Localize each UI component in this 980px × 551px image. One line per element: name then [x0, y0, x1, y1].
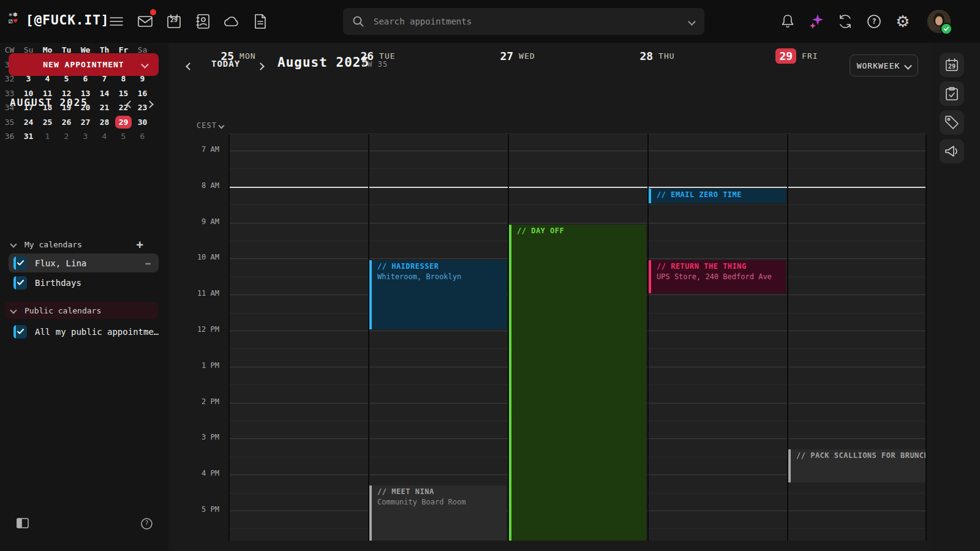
- hour-label: 1 PM: [183, 361, 219, 370]
- files-icon[interactable]: [250, 11, 271, 32]
- view-selector-label: WORKWEEK: [857, 61, 900, 70]
- announcement-icon[interactable]: [940, 139, 964, 163]
- ai-sparkle-icon[interactable]: [806, 11, 827, 32]
- tasks-icon[interactable]: [940, 81, 964, 106]
- help-icon[interactable]: ?: [864, 11, 884, 32]
- search-options-chevron-icon[interactable]: [688, 18, 696, 26]
- hour-label: 3 PM: [183, 433, 219, 441]
- today-date-badge: 29: [775, 48, 796, 64]
- minical-day[interactable]: 3: [76, 129, 95, 144]
- day-header-row: 25MON26TUE27WED28THU29FRI: [168, 43, 867, 69]
- minical-day[interactable]: 24: [19, 115, 38, 130]
- minical-day[interactable]: 2: [57, 129, 76, 144]
- hour-label: 9 AM: [183, 217, 219, 226]
- minical-day[interactable]: 29: [114, 115, 133, 130]
- new-appointment-label: NEW APPOINTMENT: [43, 60, 124, 69]
- chevron-down-icon: [904, 62, 912, 70]
- search-input[interactable]: [372, 16, 680, 27]
- checkbox-checked[interactable]: [13, 276, 27, 290]
- settings-icon[interactable]: ⚙: [892, 11, 913, 32]
- next-week-button[interactable]: [258, 60, 268, 70]
- minical-day[interactable]: 28: [95, 115, 114, 130]
- day-header[interactable]: 29FRI: [727, 43, 867, 69]
- mini-calendar-icon[interactable]: 29: [940, 53, 964, 77]
- calendar-grid[interactable]: // EMAIL ZERO TIME// HAIDRESSERWhiteroom…: [228, 133, 927, 541]
- event-title: // RETURN THE THING: [657, 262, 781, 271]
- hour-label: 11 AM: [183, 289, 219, 298]
- logo-glyphs-icon: ✳✽⚂♥: [9, 11, 18, 24]
- sync-icon[interactable]: [835, 11, 856, 32]
- calendar-item-flux-lina[interactable]: Flux, Lina ⋯: [9, 253, 159, 272]
- today-button[interactable]: TODAY: [211, 59, 240, 69]
- sidebar-help-icon[interactable]: ?: [141, 518, 153, 530]
- minical-day[interactable]: 1: [38, 129, 57, 144]
- section-public-calendars[interactable]: Public calendars: [5, 302, 158, 319]
- calendar-icon[interactable]: 29: [164, 11, 184, 32]
- mail-badge: [150, 9, 156, 15]
- calendar-item-label: Birthdays: [35, 278, 81, 288]
- day-header[interactable]: 27WED: [448, 43, 587, 69]
- day-name: TUE: [379, 51, 395, 61]
- event-location: Community Board Room: [377, 498, 502, 506]
- sidebar: NEW APPOINTMENT AUGUST 2025 CWSuMoTuWeTh…: [0, 43, 168, 551]
- section-label: Public calendars: [24, 306, 101, 315]
- more-options-button[interactable]: ⋯: [146, 258, 151, 268]
- add-calendar-button[interactable]: +: [137, 239, 143, 250]
- minical-next-button[interactable]: [147, 98, 157, 108]
- timezone-selector[interactable]: CEST: [197, 121, 224, 130]
- minical-day[interactable]: 14: [95, 86, 114, 101]
- hour-label: 10 AM: [183, 253, 219, 261]
- event[interactable]: // DAY OFF: [509, 225, 646, 541]
- cloud-icon[interactable]: [221, 11, 242, 32]
- notifications-icon[interactable]: [777, 11, 798, 32]
- event[interactable]: // EMAIL ZERO TIME: [649, 189, 786, 203]
- checkbox-checked[interactable]: [13, 257, 27, 270]
- search-icon: [353, 16, 364, 27]
- day-number: 28: [639, 50, 653, 62]
- calendar-item-label: Flux, Lina: [35, 258, 86, 268]
- event-title: // MEET NINA: [377, 487, 502, 496]
- event[interactable]: // HAIDRESSERWhiteroom, Brooklyn: [369, 260, 507, 329]
- new-appointment-button[interactable]: NEW APPOINTMENT: [9, 53, 159, 76]
- minical-day[interactable]: 5: [114, 129, 133, 144]
- checkbox-checked[interactable]: [13, 325, 27, 339]
- day-header[interactable]: 28THU: [587, 43, 727, 69]
- minical-day[interactable]: 21: [95, 100, 114, 115]
- collapse-sidebar-icon[interactable]: [17, 518, 29, 528]
- minical-day[interactable]: 25: [38, 115, 57, 130]
- event-title: // EMAIL ZERO TIME: [657, 190, 781, 199]
- event-location: UPS Store, 240 Bedford Ave: [657, 272, 781, 281]
- event-title: // PACK SCALLIONS FOR BRUNCH: [796, 451, 921, 460]
- calendar-item-birthdays[interactable]: Birthdays: [9, 273, 159, 292]
- minical-day[interactable]: 27: [76, 115, 95, 130]
- chevron-down-icon: [10, 307, 17, 313]
- event[interactable]: // PACK SCALLIONS FOR BRUNCH: [788, 449, 925, 482]
- minical-prev-button[interactable]: [127, 98, 137, 108]
- minical-day[interactable]: 26: [57, 115, 76, 130]
- menu-icon[interactable]: [106, 11, 127, 32]
- hour-label: 7 AM: [183, 145, 219, 154]
- search-bar[interactable]: [343, 8, 704, 35]
- minical-day[interactable]: 6: [133, 129, 152, 144]
- hour-label: 12 PM: [183, 325, 219, 334]
- view-selector-button[interactable]: WORKWEEK: [850, 54, 918, 77]
- minical-day[interactable]: 31: [19, 129, 38, 144]
- prev-week-button[interactable]: [187, 60, 197, 70]
- tags-icon[interactable]: [940, 110, 964, 135]
- calendar-item-public-appointments[interactable]: All my public appointme…: [9, 322, 159, 341]
- avatar[interactable]: [927, 10, 951, 33]
- event[interactable]: // MEET NINACommunity Board Room: [369, 485, 507, 541]
- minical-day[interactable]: 30: [133, 115, 152, 130]
- minical-week-number: 36: [0, 129, 19, 144]
- event[interactable]: // RETURN THE THINGUPS Store, 240 Bedfor…: [649, 260, 786, 293]
- calendar-icon-day: 29: [164, 17, 184, 23]
- app-logo: [@FUCK.IT]: [26, 13, 109, 28]
- contacts-icon[interactable]: [192, 11, 213, 32]
- day-name: MON: [239, 51, 255, 61]
- new-appointment-chevron-icon[interactable]: [141, 61, 149, 69]
- minical-day[interactable]: 4: [95, 129, 114, 144]
- day-name: FRI: [802, 51, 818, 61]
- hour-label: 5 PM: [183, 505, 219, 514]
- mail-icon[interactable]: [135, 11, 156, 32]
- section-my-calendars[interactable]: My calendars +: [5, 236, 158, 253]
